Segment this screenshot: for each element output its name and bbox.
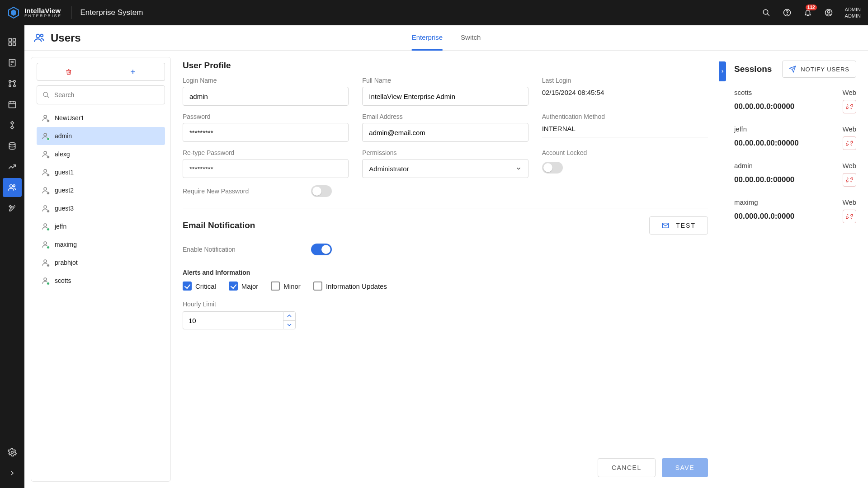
checkbox-major[interactable]: Major xyxy=(229,282,259,291)
session-item: jeffn Web 00.00.00.00:00000 xyxy=(734,121,856,157)
svg-point-49 xyxy=(44,278,47,281)
sidebar-item-dashboard[interactable] xyxy=(3,33,22,52)
hourly-decrement[interactable] xyxy=(283,321,295,329)
svg-point-19 xyxy=(14,85,15,87)
user-row-name: jeffn xyxy=(55,223,66,230)
search-icon xyxy=(42,91,50,99)
user-row[interactable]: jeffn xyxy=(37,217,165,235)
session-disconnect-button[interactable] xyxy=(843,210,856,223)
label-login: Login Name xyxy=(183,77,349,84)
add-user-button[interactable] xyxy=(101,63,165,81)
sidebar-item-logs[interactable] xyxy=(3,53,22,72)
user-row[interactable]: NewUser1 xyxy=(37,109,165,127)
svg-point-40 xyxy=(44,115,47,118)
svg-point-32 xyxy=(36,34,40,38)
label-permissions: Permissions xyxy=(362,149,528,156)
checkbox-box xyxy=(229,282,238,291)
svg-line-57 xyxy=(847,214,848,215)
users-icon xyxy=(33,32,45,44)
svg-point-17 xyxy=(14,80,15,82)
hourly-increment[interactable] xyxy=(283,312,295,321)
user-avatar-icon xyxy=(41,168,49,176)
search-icon[interactable] xyxy=(762,8,771,17)
checkbox-minor[interactable]: Minor xyxy=(271,282,301,291)
sidebar-item-network[interactable] xyxy=(3,116,22,135)
label-enable-notif: Enable Notification xyxy=(183,246,236,253)
help-icon[interactable] xyxy=(783,8,792,17)
tab-switch[interactable]: Switch xyxy=(461,25,481,51)
user-row[interactable]: guest3 xyxy=(37,199,165,217)
user-list-panel: NewUser1 admin alexg guest1 guest2 guest… xyxy=(31,57,171,482)
delete-user-button[interactable] xyxy=(37,63,101,81)
account-icon[interactable] xyxy=(824,8,833,17)
session-user: scotts xyxy=(734,89,752,96)
cancel-button[interactable]: CANCEL xyxy=(598,458,656,477)
label-authmethod: Authentication Method xyxy=(542,113,708,120)
label-locked: Account Locked xyxy=(542,149,708,156)
sidebar-item-settings[interactable] xyxy=(3,443,22,462)
topbar-divider xyxy=(71,6,71,19)
session-disconnect-button[interactable] xyxy=(843,100,856,113)
session-disconnect-button[interactable] xyxy=(843,136,856,150)
require-new-password-toggle[interactable] xyxy=(311,185,332,197)
sessions-collapse-toggle[interactable] xyxy=(719,61,726,81)
sidebar-item-storage[interactable] xyxy=(3,136,22,155)
svg-point-16 xyxy=(9,80,11,82)
svg-point-30 xyxy=(13,185,15,187)
user-row-name: alexg xyxy=(55,150,70,158)
user-row[interactable]: guest1 xyxy=(37,163,165,181)
user-row[interactable]: maximg xyxy=(37,235,165,253)
sidebar-item-calendar[interactable] xyxy=(3,95,22,114)
enable-notification-toggle[interactable] xyxy=(311,244,332,255)
page-header: Users Enterprise Switch xyxy=(24,25,868,51)
checkbox-box xyxy=(271,282,280,291)
save-button[interactable]: SAVE xyxy=(662,458,708,477)
email-input[interactable] xyxy=(362,123,528,142)
user-avatar-icon xyxy=(41,222,49,230)
user-search[interactable] xyxy=(37,85,165,104)
user-row-name: maximg xyxy=(55,241,77,248)
account-locked-toggle[interactable] xyxy=(542,162,563,174)
user-row[interactable]: scotts xyxy=(37,272,165,290)
permissions-value: Administrator xyxy=(369,165,409,173)
checkbox-information-updates[interactable]: Information Updates xyxy=(313,282,387,291)
tab-enterprise[interactable]: Enterprise xyxy=(412,25,443,51)
sidebar-expand-toggle[interactable] xyxy=(3,464,22,483)
user-row[interactable]: guest2 xyxy=(37,181,165,199)
permissions-select[interactable]: Administrator xyxy=(362,159,528,178)
notifications-icon[interactable]: 112 xyxy=(803,8,812,17)
login-name-input[interactable] xyxy=(183,87,349,106)
svg-point-31 xyxy=(11,451,14,454)
checkbox-critical[interactable]: Critical xyxy=(183,282,216,291)
svg-line-58 xyxy=(851,218,852,219)
full-name-input[interactable] xyxy=(362,87,528,106)
hourly-limit-input[interactable] xyxy=(183,311,283,329)
user-row[interactable]: admin xyxy=(37,127,165,145)
sidebar-item-topology[interactable] xyxy=(3,74,22,93)
user-rows: NewUser1 admin alexg guest1 guest2 guest… xyxy=(37,109,165,290)
label-email: Email Address xyxy=(362,113,528,120)
session-disconnect-button[interactable] xyxy=(843,173,856,187)
sidebar-item-analytics[interactable] xyxy=(3,157,22,176)
sidebar xyxy=(0,25,24,488)
session-item: maximg Web 00.000.00.0:0000 xyxy=(734,194,856,230)
user-search-input[interactable] xyxy=(54,91,159,99)
session-user: jeffn xyxy=(734,125,747,133)
notify-users-button[interactable]: NOTIFY USERS xyxy=(782,61,856,78)
svg-point-2 xyxy=(763,9,768,14)
user-row-name: guest3 xyxy=(55,205,74,212)
sidebar-item-users[interactable] xyxy=(3,178,22,197)
user-row[interactable]: prabhjot xyxy=(37,253,165,272)
hourly-limit-stepper xyxy=(183,311,296,329)
session-address: 00.00.00.0:00000 xyxy=(734,175,794,184)
user-row-name: NewUser1 xyxy=(55,114,84,122)
test-email-button[interactable]: TEST xyxy=(649,216,708,235)
account-label: ADMIN ADMIN xyxy=(845,6,861,19)
brand-logo-icon xyxy=(7,6,20,19)
password-input[interactable] xyxy=(183,123,349,142)
sidebar-item-tools[interactable] xyxy=(3,199,22,218)
user-row[interactable]: alexg xyxy=(37,145,165,163)
retype-password-input[interactable] xyxy=(183,159,349,178)
checkbox-label: Information Updates xyxy=(326,282,387,290)
label-fullname: Full Name xyxy=(362,77,528,84)
